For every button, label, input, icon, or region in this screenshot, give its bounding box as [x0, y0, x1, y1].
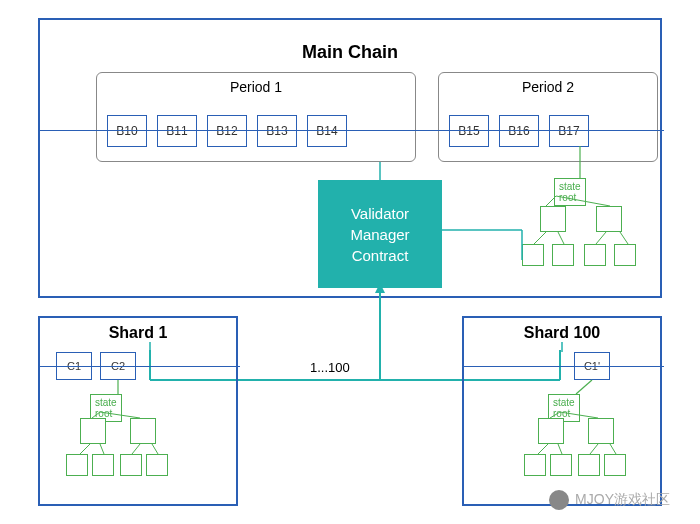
svg-line-23 — [576, 380, 592, 394]
shard-1-title: Shard 1 — [40, 324, 236, 342]
svg-line-19 — [80, 444, 90, 454]
tree-leaf — [92, 454, 114, 476]
shard-1-chain-line — [40, 366, 240, 367]
svg-line-29 — [590, 444, 598, 454]
svg-line-21 — [132, 444, 140, 454]
tree-node — [588, 418, 614, 444]
shard-100-container: Shard 100 C1' state root — [462, 316, 662, 506]
tree-leaf — [524, 454, 546, 476]
tree-leaf — [146, 454, 168, 476]
tree-node — [80, 418, 106, 444]
watermark: MJOY游戏社区 — [549, 490, 670, 510]
svg-line-27 — [538, 444, 548, 454]
svg-line-20 — [100, 444, 104, 454]
shard-100-title: Shard 100 — [464, 324, 660, 342]
tree-node — [538, 418, 564, 444]
tree-leaf — [550, 454, 572, 476]
svg-line-22 — [152, 444, 158, 454]
svg-line-28 — [558, 444, 562, 454]
tree-leaf — [578, 454, 600, 476]
svg-line-30 — [610, 444, 616, 454]
tree-node — [130, 418, 156, 444]
watermark-icon — [549, 490, 569, 510]
tree-leaf — [66, 454, 88, 476]
shard-1-container: Shard 1 C1 C2 state root — [38, 316, 238, 506]
watermark-text: MJOY游戏社区 — [575, 491, 670, 509]
connector-label: 1...100 — [310, 360, 350, 375]
shard-1-connectors — [40, 318, 240, 508]
tree-leaf — [604, 454, 626, 476]
tree-leaf — [120, 454, 142, 476]
svg-marker-11 — [375, 283, 385, 293]
shard-100-chain-line — [464, 366, 664, 367]
